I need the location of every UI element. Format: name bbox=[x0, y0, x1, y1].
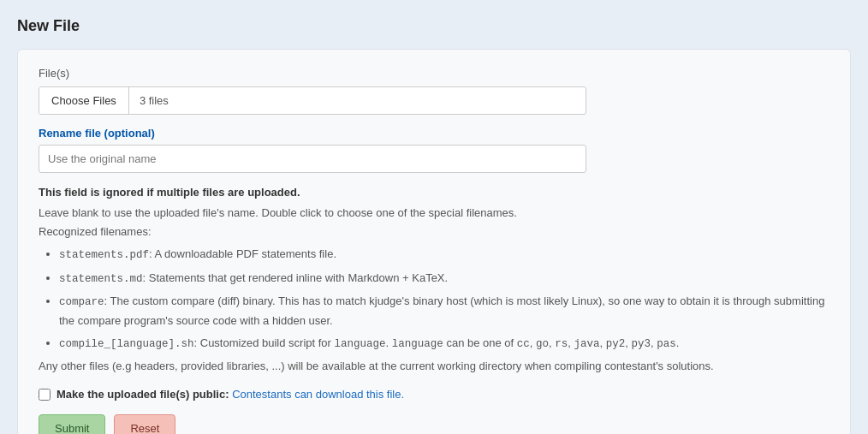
info-section: This field is ignored if multiple files … bbox=[39, 183, 829, 376]
reset-button[interactable]: Reset bbox=[114, 414, 175, 434]
checkbox-blue-text: Contestants can download this file. bbox=[232, 388, 404, 401]
info-list: statements.pdf: A downloadable PDF state… bbox=[39, 245, 829, 354]
list-item-text: : A downloadable PDF statements file. bbox=[149, 247, 336, 260]
rename-input[interactable] bbox=[39, 145, 586, 173]
button-row: Submit Reset bbox=[39, 414, 829, 434]
code-statements-pdf: statements.pdf bbox=[59, 249, 149, 261]
list-item-text: : Statements that get rendered inline wi… bbox=[143, 271, 449, 284]
rename-label: Rename file (optional) bbox=[39, 127, 829, 140]
choose-files-button[interactable]: Choose Files bbox=[39, 87, 129, 114]
list-item-text: : Customized build script for language. … bbox=[194, 336, 680, 349]
info-footer: Any other files (e.g headers, provided l… bbox=[39, 360, 714, 372]
file-count: 3 files bbox=[129, 87, 179, 114]
info-line1: Leave blank to use the uploaded file's n… bbox=[39, 206, 517, 219]
file-input-row: Choose Files 3 files bbox=[39, 86, 586, 115]
code-statements-md: statements.md bbox=[59, 273, 143, 285]
submit-button[interactable]: Submit bbox=[39, 414, 105, 434]
list-item: compare: The custom compare (diff) binar… bbox=[59, 292, 829, 330]
checkbox-bold-label: Make the uploaded file(s) public: Contes… bbox=[56, 388, 404, 401]
list-item: statements.pdf: A downloadable PDF state… bbox=[59, 245, 829, 265]
page-title: New File bbox=[17, 17, 851, 35]
files-label: File(s) bbox=[39, 67, 829, 80]
public-checkbox[interactable] bbox=[39, 389, 51, 401]
list-item-text: : The custom compare (diff) binary. This… bbox=[59, 294, 824, 327]
checkbox-bold-text: Make the uploaded file(s) public: bbox=[56, 388, 229, 401]
list-item: statements.md: Statements that get rende… bbox=[59, 269, 829, 288]
info-bold-note: This field is ignored if multiple files … bbox=[39, 183, 829, 202]
public-checkbox-row: Make the uploaded file(s) public: Contes… bbox=[39, 388, 829, 401]
code-compile: compile_[language].sh bbox=[59, 338, 194, 350]
list-item: compile_[language].sh: Customized build … bbox=[59, 334, 829, 354]
info-recognized-label: Recognized filenames: bbox=[39, 225, 152, 238]
code-compare: compare bbox=[59, 296, 104, 308]
form-card: File(s) Choose Files 3 files Rename file… bbox=[17, 49, 851, 434]
